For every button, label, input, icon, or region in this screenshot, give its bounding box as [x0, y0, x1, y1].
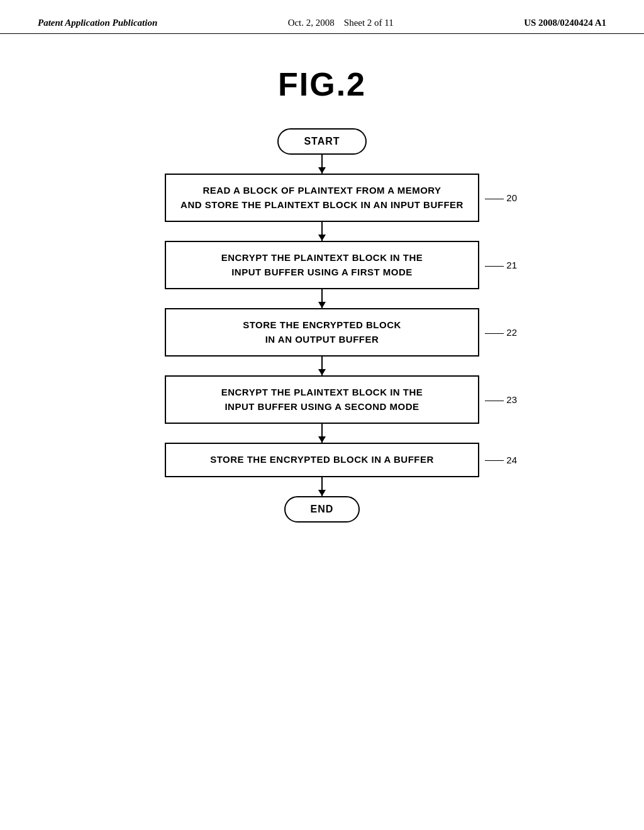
- header-date-sheet: Oct. 2, 2008 Sheet 2 of 11: [288, 18, 394, 28]
- step-20-box: READ A BLOCK OF PLAINTEXT FROM A MEMORY …: [165, 174, 479, 222]
- step-24-text-1: STORE THE ENCRYPTED BLOCK IN A BUFFER: [210, 454, 434, 465]
- step-24-wrapper: STORE THE ENCRYPTED BLOCK IN A BUFFER 24: [165, 443, 479, 477]
- step-20-wrapper: READ A BLOCK OF PLAINTEXT FROM A MEMORY …: [165, 174, 479, 222]
- arrow-line-4: [321, 357, 323, 375]
- flowchart: START READ A BLOCK OF PLAINTEXT FROM A M…: [121, 128, 523, 523]
- main-content: FIG.2 START READ A BLOCK OF PLAINTEXT FR…: [0, 34, 644, 541]
- step-23-wrapper: ENCRYPT THE PLAINTEXT BLOCK IN THE INPUT…: [165, 375, 479, 424]
- step-23-text-2: INPUT BUFFER USING A SECOND MODE: [225, 401, 419, 412]
- arrow-line-5: [321, 424, 323, 443]
- header-publication-label: Patent Application Publication: [38, 18, 157, 28]
- arrow-line-3: [321, 289, 323, 308]
- step-21-box: ENCRYPT THE PLAINTEXT BLOCK IN THE INPUT…: [165, 241, 479, 289]
- figure-title: FIG.2: [278, 65, 366, 103]
- step-20-text-1: READ A BLOCK OF PLAINTEXT FROM A MEMORY: [203, 185, 441, 196]
- step-22-text-1: STORE THE ENCRYPTED BLOCK: [243, 319, 401, 330]
- header-patent-number: US 2008/0240424 A1: [524, 18, 606, 28]
- step-22-wrapper: STORE THE ENCRYPTED BLOCK IN AN OUTPUT B…: [165, 308, 479, 357]
- arrow-line-6: [321, 477, 323, 496]
- step-21-text-2: INPUT BUFFER USING A FIRST MODE: [231, 267, 413, 277]
- header-sheet: Sheet 2 of 11: [344, 18, 394, 28]
- arrow-4: [321, 357, 323, 375]
- step-20-text-2: AND STORE THE PLAINTEXT BLOCK IN AN INPU…: [180, 199, 464, 210]
- step-21-text-1: ENCRYPT THE PLAINTEXT BLOCK IN THE: [221, 252, 423, 263]
- end-node: END: [284, 496, 360, 523]
- step-23-box: ENCRYPT THE PLAINTEXT BLOCK IN THE INPUT…: [165, 375, 479, 424]
- arrow-3: [321, 289, 323, 308]
- step-24-box: STORE THE ENCRYPTED BLOCK IN A BUFFER: [165, 443, 479, 477]
- step-23-label: 23: [485, 394, 517, 405]
- step-23-text-1: ENCRYPT THE PLAINTEXT BLOCK IN THE: [221, 387, 423, 397]
- arrow-2: [321, 222, 323, 241]
- step-21-label: 21: [485, 260, 517, 270]
- step-22-text-2: IN AN OUTPUT BUFFER: [265, 334, 379, 345]
- step-21-wrapper: ENCRYPT THE PLAINTEXT BLOCK IN THE INPUT…: [165, 241, 479, 289]
- arrow-line-1: [321, 155, 323, 174]
- step-22-box: STORE THE ENCRYPTED BLOCK IN AN OUTPUT B…: [165, 308, 479, 357]
- arrow-6: [321, 477, 323, 496]
- start-node: START: [277, 128, 366, 155]
- step-20-label: 20: [485, 192, 517, 203]
- arrow-1: [321, 155, 323, 174]
- step-24-label: 24: [485, 455, 517, 465]
- arrow-5: [321, 424, 323, 443]
- header-date: Oct. 2, 2008: [288, 18, 335, 28]
- arrow-line-2: [321, 222, 323, 241]
- page-header: Patent Application Publication Oct. 2, 2…: [0, 0, 644, 34]
- step-22-label: 22: [485, 327, 517, 338]
